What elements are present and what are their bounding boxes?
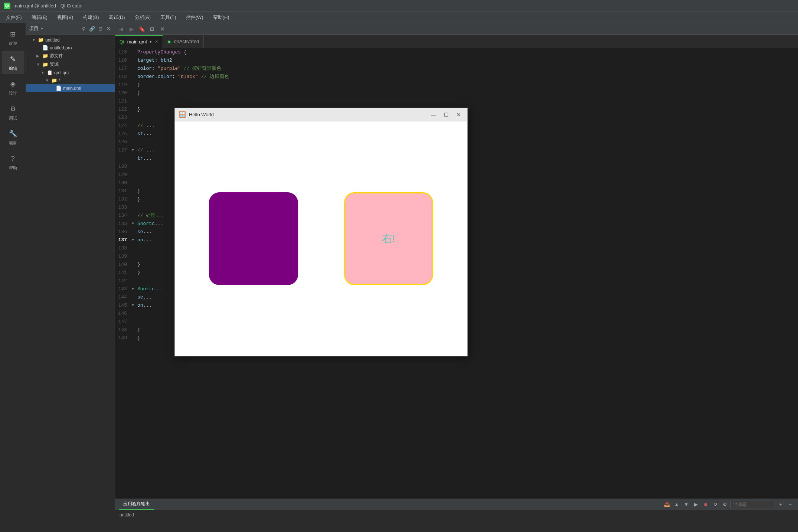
tab-main-qml-label: main.qml	[127, 39, 147, 45]
chevron-down-icon[interactable]: ▾	[41, 26, 43, 31]
tree-arrow-untitled: ▼	[32, 38, 36, 42]
forward-button[interactable]: ▶	[127, 25, 136, 33]
tree-item-resources[interactable]: ▼ 📁 资源	[26, 60, 115, 69]
menu-analyze[interactable]: 分析(A)	[130, 13, 155, 22]
menu-help[interactable]: 帮助(H)	[209, 13, 234, 22]
menu-tools[interactable]: 工具(T)	[156, 13, 181, 22]
link-icon[interactable]: 🔗	[89, 25, 95, 32]
menubar: 文件(F) 编辑(E) 视图(V) 构建(B) 调试(D) 分析(A) 工具(T…	[0, 12, 798, 23]
minus-icon[interactable]: −	[786, 500, 794, 509]
code-line-119: 119 }	[115, 81, 798, 89]
sidebar-item-design-label: 设计	[9, 91, 17, 96]
code-editor: 115 PropertyChanges { 116 target: btn2 1…	[115, 48, 798, 499]
tree-arrow-resources: ▼	[36, 62, 41, 66]
tree-label-untitled: untitled	[45, 37, 60, 43]
menu-build[interactable]: 构建(B)	[78, 13, 103, 22]
menu-controls[interactable]: 控件(W)	[181, 13, 208, 22]
folder-icon: 📁	[38, 37, 44, 43]
editor-toolbar: ◀ ▶ 🔖 ⊟ ✕	[115, 23, 798, 35]
menu-debug[interactable]: 调试(D)	[104, 13, 130, 22]
preview-maximize-button[interactable]: ☐	[441, 110, 451, 120]
filter-icon[interactable]: ⚲	[81, 25, 87, 32]
editor-area: ◀ ▶ 🔖 ⊟ ✕ Qt main.qml ▾ ✕ ◆ onActivated	[115, 23, 798, 532]
project-panel-title: 项目	[29, 25, 39, 32]
qml-file-icon: 📄	[56, 85, 62, 91]
tree-item-root-folder[interactable]: ▼ 📁 /	[26, 76, 115, 84]
tree-arrow-root: ▼	[45, 78, 50, 82]
tabs-bar: Qt main.qml ▾ ✕ ◆ onActivated	[115, 35, 798, 48]
menu-file[interactable]: 文件(F)	[1, 13, 26, 22]
preview-right-button[interactable]: 右!	[344, 192, 433, 285]
debug-icon: ⚙	[8, 104, 18, 114]
tree-label-root: /	[59, 78, 60, 83]
tree-item-untitled-pro[interactable]: 📄 untitled.pro	[26, 44, 115, 52]
tab-on-activated[interactable]: ◆ onActivated	[163, 35, 204, 48]
preview-minimize-button[interactable]: —	[429, 110, 438, 120]
bottom-tab-app-output[interactable]: 应用程序输出	[119, 499, 154, 510]
split-view-button[interactable]: ⊟	[148, 25, 157, 33]
tree-item-qmlqrc[interactable]: ▼ 📋 qml.qrc	[26, 69, 115, 76]
sidebar-item-edit[interactable]: ✎ 编辑	[2, 51, 24, 74]
rerun-icon[interactable]: ↺	[711, 500, 719, 509]
sidebar-item-debug[interactable]: ⚙ 调试	[2, 101, 24, 124]
root-folder-icon: 📁	[51, 78, 57, 83]
preview-content: 左! 右!	[175, 121, 467, 356]
settings-icon[interactable]: ⚙	[721, 500, 729, 509]
sidebar-item-welcome-label: 欢迎	[9, 41, 17, 46]
tree-arrow-qmlqrc: ▼	[41, 71, 45, 75]
preview-window-icon: 🪟	[179, 111, 186, 118]
filter-input[interactable]	[730, 501, 775, 508]
project-tree: ▼ 📁 untitled 📄 untitled.pro ▶ 📁 源文件 ▼ 📁 …	[26, 35, 115, 532]
tree-label-qmlqrc: qml.qrc	[54, 70, 69, 75]
project-panel: 项目 ▾ ⚲ 🔗 ⊟ ✕ ▼ 📁 untitled 📄 untitled.pro	[26, 23, 115, 532]
welcome-icon: ⊞	[8, 29, 18, 39]
stop-icon[interactable]: ■	[701, 500, 710, 509]
sidebar-item-help-label: 帮助	[9, 165, 17, 171]
bookmark-button[interactable]: 🔖	[137, 25, 146, 33]
sidebar-item-design[interactable]: ◈ 设计	[2, 76, 24, 99]
tree-label-main-qml: main.qml	[63, 86, 81, 91]
window-title: main.qml @ untitled - Qt Creator	[13, 3, 83, 9]
run-input-icon[interactable]: 📥	[663, 500, 671, 509]
tab-main-qml-icon: Qt	[120, 39, 124, 45]
add-icon[interactable]: +	[776, 500, 785, 509]
tab-main-qml-close[interactable]: ✕	[155, 39, 158, 44]
projects-icon: 🔧	[8, 128, 18, 139]
tree-arrow-sources: ▶	[36, 54, 41, 58]
tree-item-main-qml[interactable]: 📄 main.qml	[26, 84, 115, 92]
sidebar-item-projects[interactable]: 🔧 项目	[2, 125, 24, 149]
preview-close-button[interactable]: ✕	[454, 110, 464, 120]
preview-left-button[interactable]: 左!	[209, 192, 298, 285]
sidebar-item-welcome[interactable]: ⊞ 欢迎	[2, 26, 24, 49]
pro-file-icon: 📄	[42, 45, 48, 50]
close-panel-icon[interactable]: ✕	[105, 25, 112, 32]
tree-item-sources[interactable]: ▶ 📁 源文件	[26, 52, 115, 60]
preview-window-title: Hello World	[189, 112, 426, 117]
bottom-panel: 应用程序输出 📥 ▲ ▼ ▶ ■ ↺ ⚙ + − untitled	[115, 499, 798, 532]
menu-view[interactable]: 视图(V)	[53, 13, 78, 22]
help-icon: ?	[8, 153, 18, 164]
bottom-content: untitled	[115, 510, 798, 532]
preview-titlebar: 🪟 Hello World — ☐ ✕	[175, 108, 467, 121]
tree-item-untitled[interactable]: ▼ 📁 untitled	[26, 36, 115, 44]
tab-on-activated-label: onActivated	[174, 39, 199, 44]
split-icon[interactable]: ⊟	[97, 25, 104, 32]
sources-folder-icon: 📁	[42, 53, 48, 59]
close-editor-button[interactable]: ✕	[158, 25, 167, 33]
back-button[interactable]: ◀	[117, 25, 125, 33]
titlebar: Qt main.qml @ untitled - Qt Creator	[0, 0, 798, 12]
run-icon[interactable]: ▶	[692, 500, 700, 509]
tree-label-sources: 源文件	[50, 53, 63, 59]
sidebar-item-projects-label: 项目	[9, 140, 17, 146]
tree-label-resources: 资源	[50, 61, 59, 68]
menu-edit[interactable]: 编辑(E)	[27, 13, 52, 22]
sidebar-item-help[interactable]: ? 帮助	[2, 150, 24, 174]
preview-window: 🪟 Hello World — ☐ ✕ 左! 右!	[174, 108, 468, 356]
code-line-116: 116 target: btn2	[115, 56, 798, 65]
preview-right-button-label: 右!	[382, 232, 395, 246]
scroll-up-icon[interactable]: ▲	[673, 500, 681, 509]
scroll-down-icon[interactable]: ▼	[682, 500, 690, 509]
tab-main-qml-controls: ▾	[150, 39, 152, 44]
qrc-file-icon: 📋	[47, 70, 53, 75]
tab-main-qml[interactable]: Qt main.qml ▾ ✕	[115, 35, 163, 48]
